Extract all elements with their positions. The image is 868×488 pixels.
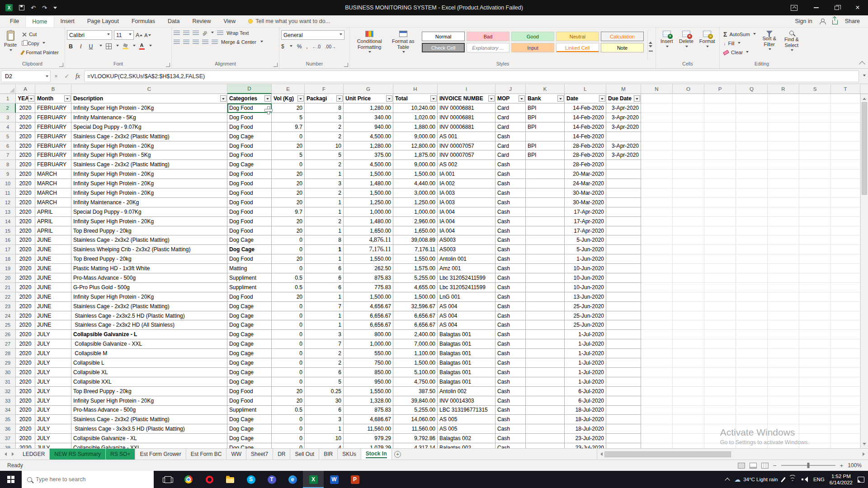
col-header-S[interactable]: S bbox=[799, 84, 831, 94]
cell-R33[interactable] bbox=[768, 396, 799, 406]
cell-T25[interactable] bbox=[831, 320, 860, 330]
cell-L25[interactable]: 25-Jun-2020 bbox=[565, 320, 606, 330]
cell-C17[interactable]: Stainless Whelping Crib - 2x3x2 (Plastic… bbox=[71, 245, 227, 254]
cell-A8[interactable]: 2020 bbox=[16, 160, 35, 169]
cell-I37[interactable]: Balagtas 002 bbox=[438, 434, 495, 443]
cell-T37[interactable] bbox=[831, 434, 860, 443]
cell-N14[interactable] bbox=[641, 217, 673, 226]
cell-R27[interactable] bbox=[768, 339, 799, 349]
cell-P37[interactable] bbox=[704, 434, 736, 443]
cell-G34[interactable]: 875.83 bbox=[344, 406, 393, 415]
cell-C1[interactable]: Description bbox=[71, 94, 227, 103]
cell-F20[interactable]: 6 bbox=[305, 273, 344, 283]
row-header-32[interactable]: 32 bbox=[0, 387, 16, 396]
cell-Q29[interactable] bbox=[736, 358, 768, 368]
cell-J21[interactable]: Cash bbox=[495, 283, 526, 292]
align-bottom-button[interactable] bbox=[193, 31, 199, 36]
cell-F35[interactable]: 3 bbox=[305, 415, 344, 424]
cell-B24[interactable]: JUNE bbox=[35, 311, 71, 321]
col-header-M[interactable]: M bbox=[606, 84, 641, 94]
cell-F10[interactable]: 3 bbox=[305, 179, 344, 188]
cell-Q18[interactable] bbox=[736, 254, 768, 264]
tab-file[interactable]: File bbox=[4, 15, 25, 27]
cell-M24[interactable] bbox=[606, 311, 641, 321]
filter-date[interactable] bbox=[599, 95, 605, 102]
cell-J22[interactable]: Cash bbox=[495, 292, 526, 302]
cell-P18[interactable] bbox=[704, 254, 736, 264]
save-icon[interactable] bbox=[19, 5, 24, 10]
cell-F23[interactable]: 7 bbox=[305, 302, 344, 311]
cell-A19[interactable]: 2020 bbox=[16, 264, 35, 273]
cell-H24[interactable]: 6,656.67 bbox=[393, 311, 438, 321]
cell-N24[interactable] bbox=[641, 311, 673, 321]
cell-O11[interactable] bbox=[673, 188, 704, 198]
cell-E27[interactable]: 0 bbox=[272, 339, 305, 349]
cell-T23[interactable] bbox=[831, 302, 860, 311]
cell-C2[interactable]: Infinity Super High Protein - 20Kg bbox=[71, 103, 227, 113]
row-header-21[interactable]: 21 bbox=[0, 283, 16, 292]
collapse-ribbon-icon[interactable] bbox=[859, 61, 865, 67]
cell-B13[interactable]: APRIL bbox=[35, 207, 71, 217]
tab-page-layout[interactable]: Page Layout bbox=[81, 15, 125, 27]
cell-R1[interactable] bbox=[768, 94, 799, 103]
taskbar-excel[interactable]: X bbox=[303, 471, 324, 488]
style-note[interactable]: Note bbox=[601, 43, 644, 52]
cell-Q17[interactable] bbox=[736, 245, 768, 254]
cell-I20[interactable]: Lbc 312052411599 bbox=[438, 273, 495, 283]
cell-B37[interactable]: JULY bbox=[35, 434, 71, 443]
row-header-4[interactable]: 4 bbox=[0, 122, 16, 132]
cell-A24[interactable]: 2020 bbox=[16, 311, 35, 321]
cell-K27[interactable] bbox=[526, 339, 565, 349]
cell-H29[interactable]: 1,500.00 bbox=[393, 358, 438, 368]
cell-K20[interactable] bbox=[526, 273, 565, 283]
cell-D26[interactable]: Dog Cage bbox=[227, 330, 272, 339]
cell-N37[interactable] bbox=[641, 434, 673, 443]
dialog-launcher-icon[interactable] bbox=[59, 63, 63, 67]
cell-S15[interactable] bbox=[799, 226, 831, 236]
sheet-tab-ledger[interactable]: LEDGER bbox=[18, 449, 50, 460]
cell-K8[interactable] bbox=[526, 160, 565, 169]
cell-Q28[interactable] bbox=[736, 349, 768, 358]
align-left-button[interactable] bbox=[174, 40, 180, 45]
cell-M4[interactable]: 3-Apr-2020 bbox=[606, 122, 641, 132]
cell-C7[interactable]: Infinity Super High Protein - 5Kg bbox=[71, 150, 227, 160]
add-sheet-button[interactable]: + bbox=[392, 449, 404, 460]
cell-A17[interactable]: 2020 bbox=[16, 245, 35, 254]
cell-L33[interactable]: 6-Jul-2020 bbox=[565, 396, 606, 406]
cell-L8[interactable]: 28-Feb-2020 bbox=[565, 160, 606, 169]
language-indicator[interactable]: ENG bbox=[813, 477, 825, 482]
cell-I4[interactable]: INV 00006881 bbox=[438, 122, 495, 132]
cell-O15[interactable] bbox=[673, 226, 704, 236]
cell-J32[interactable]: Cash bbox=[495, 387, 526, 396]
cell-G29[interactable]: 750.00 bbox=[344, 358, 393, 368]
cell-F31[interactable]: 5 bbox=[305, 377, 344, 387]
cell-R22[interactable] bbox=[768, 292, 799, 302]
cell-C29[interactable]: Collapsible L bbox=[71, 358, 227, 368]
cell-E38[interactable]: 0 bbox=[272, 443, 305, 448]
cell-O36[interactable] bbox=[673, 424, 704, 434]
gallery-down-icon[interactable] bbox=[649, 45, 652, 49]
cell-Q26[interactable] bbox=[736, 330, 768, 339]
format-painter-button[interactable]: Format Painter bbox=[20, 48, 61, 57]
cell-O34[interactable] bbox=[673, 406, 704, 415]
cell-A25[interactable]: 2020 bbox=[16, 320, 35, 330]
cell-H20[interactable]: 5,255.00 bbox=[393, 273, 438, 283]
cell-A29[interactable]: 2020 bbox=[16, 358, 35, 368]
cell-D9[interactable]: Dog Food bbox=[227, 169, 272, 179]
cell-M9[interactable] bbox=[606, 169, 641, 179]
cell-E15[interactable]: 20 bbox=[272, 226, 305, 236]
cell-L3[interactable]: 14-Feb-2020 bbox=[565, 113, 606, 122]
cell-G11[interactable]: 1,500.00 bbox=[344, 188, 393, 198]
cell-S4[interactable] bbox=[799, 122, 831, 132]
cell-P15[interactable] bbox=[704, 226, 736, 236]
cell-S1[interactable] bbox=[799, 94, 831, 103]
cell-A18[interactable]: 2020 bbox=[16, 254, 35, 264]
cell-K19[interactable] bbox=[526, 264, 565, 273]
cell-I27[interactable]: Balagtas 001 bbox=[438, 339, 495, 349]
cell-H26[interactable]: 2,400.00 bbox=[393, 330, 438, 339]
cell-C14[interactable]: Infinity Super High Protein - 20Kg bbox=[71, 217, 227, 226]
cell-N32[interactable] bbox=[641, 387, 673, 396]
delete-cells-button[interactable]: × Delete bbox=[676, 29, 696, 61]
cell-B34[interactable]: JULY bbox=[35, 406, 71, 415]
cell-G37[interactable]: 979.29 bbox=[344, 434, 393, 443]
